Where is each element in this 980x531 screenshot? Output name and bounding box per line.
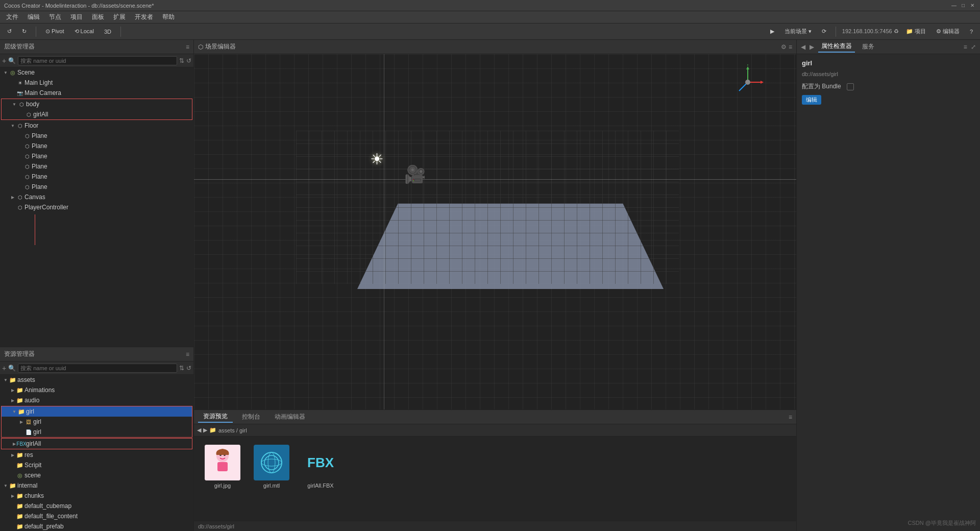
file-nav-back[interactable]: ◀ (197, 427, 201, 433)
assets-search[interactable] (18, 364, 177, 373)
inspector-back-icon[interactable]: ◀ (801, 43, 805, 51)
add-asset-button[interactable]: + (2, 364, 6, 372)
expand-assets-button[interactable]: ⇅ (179, 365, 184, 372)
tree-item-scene[interactable]: ◎ Scene (0, 67, 193, 78)
close-button[interactable]: ✕ (969, 2, 976, 9)
3d-button[interactable]: 3D (101, 28, 114, 36)
refresh-hierarchy-button[interactable]: ↺ (186, 57, 191, 64)
tree-item-plane5[interactable]: ⬡ Plane (0, 172, 193, 182)
file-item-girlAll-fbx[interactable]: FBX girlAll.FBX (300, 445, 341, 489)
tree-item-plane1[interactable]: ⬡ Plane (0, 131, 193, 141)
menu-edit[interactable]: 编辑 (23, 12, 44, 22)
maximize-button[interactable]: □ (960, 2, 967, 9)
girlAll-assets-label: girlAll (26, 440, 41, 447)
scene-settings-icon[interactable]: ⚙ (781, 43, 787, 51)
scene-viewport[interactable]: ☀ 🎥 Y (194, 54, 796, 409)
refresh-assets-button[interactable]: ↺ (186, 365, 191, 372)
svg-point-6 (745, 80, 750, 85)
audio-icon: 📁 (16, 397, 23, 404)
tree-item-body[interactable]: ⬡ body (2, 99, 192, 109)
tab-service[interactable]: 服务 (859, 41, 877, 52)
hierarchy-header: 层级管理器 ≡ (0, 40, 193, 54)
plane6-label: Plane (32, 183, 47, 190)
right-panel: ◀ ▶ 属性检查器 服务 ≡ ⤢ girl db://assets/girl 配… (796, 40, 980, 531)
tree-item-floor[interactable]: ⬡ Floor (0, 120, 193, 131)
hierarchy-menu-icon[interactable]: ≡ (186, 43, 189, 51)
tree-item-girl-sub2[interactable]: 📄 girl (2, 427, 192, 437)
audio-arrow (9, 397, 16, 404)
tree-item-assets[interactable]: 📁 assets (0, 375, 193, 385)
editor-button[interactable]: ⚙ 编辑器 (933, 27, 963, 36)
tree-item-scripit[interactable]: 📁 Scripit (0, 460, 193, 470)
tree-item-animations[interactable]: 📁 Animations (0, 385, 193, 395)
hierarchy-title: 层级管理器 (4, 42, 186, 51)
hierarchy-search[interactable] (18, 56, 177, 65)
menu-extend[interactable]: 扩展 (109, 12, 130, 22)
menu-developer[interactable]: 开发者 (131, 12, 157, 22)
tab-inspector[interactable]: 属性检查器 (818, 41, 855, 53)
tree-item-girl-sub1[interactable]: 🖼 girl (2, 417, 192, 427)
inspector-path: db://assets/girl (802, 71, 975, 77)
inspector-expand-icon[interactable]: ⤢ (971, 43, 976, 51)
tree-item-default-cubemap[interactable]: 📁 default_cubemap (0, 501, 193, 511)
bottom-menu-icon[interactable]: ≡ (789, 414, 792, 421)
tree-item-girl[interactable]: 📁 girl (2, 406, 192, 417)
file-nav-path: assets / girl (218, 427, 247, 433)
assets-menu-icon[interactable]: ≡ (186, 351, 189, 358)
add-node-button[interactable]: + (2, 57, 6, 65)
svg-text:Y: Y (746, 64, 749, 67)
file-nav-folder-icon: 📁 (209, 427, 216, 433)
minimize-button[interactable]: — (950, 2, 958, 9)
file-item-girl-jpg[interactable]: girl.jpg (202, 445, 243, 489)
edit-button[interactable]: 编辑 (802, 95, 821, 105)
tab-asset-preview[interactable]: 资源预览 (198, 411, 233, 423)
tab-animation-editor[interactable]: 动画编辑器 (270, 412, 310, 422)
bundle-checkbox[interactable] (847, 83, 854, 90)
scene-menu-icon[interactable]: ≡ (789, 43, 792, 51)
tree-item-main-light[interactable]: ☀ Main Light (0, 78, 193, 88)
inspector-forward-icon[interactable]: ▶ (810, 43, 814, 51)
tree-item-scene-file[interactable]: ◎ scene (0, 470, 193, 480)
expand-all-button[interactable]: ⇅ (179, 57, 184, 64)
refresh-button[interactable]: ⟳ (819, 27, 829, 36)
menu-file[interactable]: 文件 (2, 12, 22, 22)
undo-button[interactable]: ↺ (4, 27, 15, 36)
play-button[interactable]: ▶ (767, 27, 777, 36)
assets-arrow (2, 376, 9, 383)
menu-project[interactable]: 项目 (66, 12, 87, 22)
tree-item-plane3[interactable]: ⬡ Plane (0, 151, 193, 161)
girl-jpg-thumb (205, 445, 240, 480)
menu-help[interactable]: 帮助 (158, 12, 179, 22)
pivot-button[interactable]: ⊙ Pivot (42, 27, 67, 36)
redo-button[interactable]: ↻ (19, 27, 30, 36)
tree-item-chunks[interactable]: 📁 chunks (0, 491, 193, 501)
tree-item-canvas[interactable]: ⬡ Canvas (0, 192, 193, 202)
file-status-path: db://assets/girl (198, 523, 234, 529)
file-nav-forward[interactable]: ▶ (203, 427, 207, 433)
project-button[interactable]: 📁 项目 (903, 27, 929, 36)
menu-panel[interactable]: 面板 (88, 12, 108, 22)
local-button[interactable]: ⟲ Local (71, 27, 97, 36)
tree-item-plane6[interactable]: ⬡ Plane (0, 182, 193, 192)
tree-item-audio[interactable]: 📁 audio (0, 395, 193, 405)
scene-select[interactable]: 当前场景 ▾ (781, 27, 815, 36)
svg-point-13 (264, 455, 279, 470)
tree-item-girlAll-assets[interactable]: FBX girlAll (2, 439, 192, 449)
tree-item-main-camera[interactable]: 📷 Main Camera (0, 88, 193, 98)
inspector-menu-icon[interactable]: ≡ (964, 43, 967, 51)
plane2-icon: ⬡ (23, 142, 31, 150)
tree-item-default-file-content[interactable]: 📁 default_file_content (0, 511, 193, 521)
tree-item-default-prefab[interactable]: 📁 default_prefab (0, 521, 193, 531)
tree-item-internal[interactable]: 📁 internal (0, 480, 193, 491)
file-item-girl-mtl[interactable]: girl.mtl (251, 445, 292, 489)
tree-item-res[interactable]: 📁 res (0, 450, 193, 460)
tab-console[interactable]: 控制台 (237, 412, 265, 422)
girlAll-assets-icon: FBX (18, 440, 25, 447)
help-button[interactable]: ? (967, 28, 976, 36)
tree-item-plane4[interactable]: ⬡ Plane (0, 161, 193, 172)
window-controls[interactable]: — □ ✕ (950, 2, 976, 9)
menu-node[interactable]: 节点 (45, 12, 65, 22)
tree-item-playerController[interactable]: ⬡ PlayerController (0, 202, 193, 212)
tree-item-plane2[interactable]: ⬡ Plane (0, 141, 193, 151)
tree-item-girlAll[interactable]: ⬡ girlAll (2, 109, 192, 119)
